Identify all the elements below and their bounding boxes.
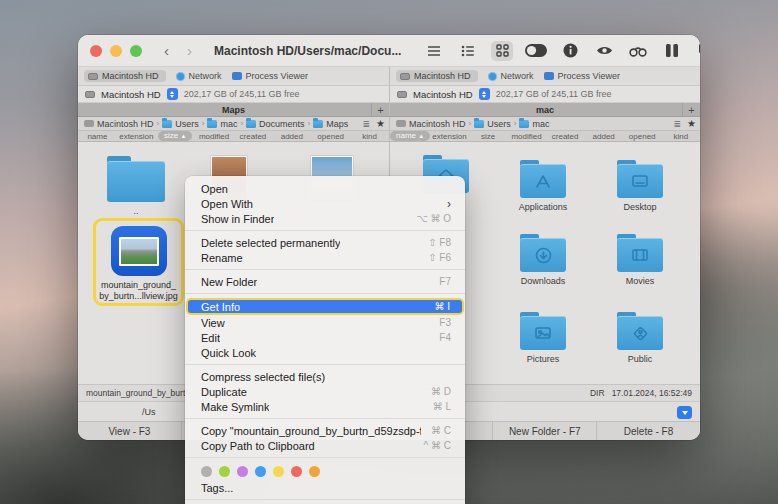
breadcrumb-segment[interactable]: Users xyxy=(487,119,511,129)
menu-item-compress[interactable]: Compress selected file(s) xyxy=(185,369,465,384)
favorite-network[interactable]: Network xyxy=(176,71,222,81)
folder-item[interactable]: Pictures xyxy=(510,312,576,364)
menu-item-delete-permanently[interactable]: Delete selected permanently⇧ F8 xyxy=(185,235,465,250)
new-folder-button[interactable]: New Folder - F7 xyxy=(492,422,596,440)
minimize-window-button[interactable] xyxy=(110,45,122,57)
favorite-star-icon[interactable]: ★ xyxy=(687,119,696,129)
view-button[interactable]: View - F3 xyxy=(78,422,181,440)
menu-item-copy-filename[interactable]: Copy "mountain_ground_by_burtn_d59zsdp-f… xyxy=(185,423,465,438)
column-header[interactable]: name xyxy=(78,132,117,141)
disk-icon xyxy=(88,73,98,80)
column-header[interactable]: opened xyxy=(311,132,350,141)
menu-item-copy-path[interactable]: Copy Path to Clipboard^ ⌘ C xyxy=(185,438,465,453)
menu-item-show-in-finder[interactable]: Show in Finder⌥ ⌘ O xyxy=(185,211,465,226)
breadcrumb-segment[interactable]: Users xyxy=(175,119,199,129)
new-tab-button[interactable]: + xyxy=(371,103,389,116)
column-header[interactable]: added xyxy=(272,132,311,141)
search-binoculars-icon[interactable] xyxy=(627,41,649,61)
eye-icon[interactable] xyxy=(593,41,615,61)
menu-item-rename[interactable]: Rename⇧ F6 xyxy=(185,250,465,265)
full-view-icon[interactable] xyxy=(423,41,445,61)
tab-mac[interactable]: mac + xyxy=(389,103,700,116)
column-header[interactable]: kind xyxy=(350,132,389,141)
menu-item-view[interactable]: ViewF3 xyxy=(185,315,465,330)
tag-blue[interactable] xyxy=(255,466,266,477)
column-header[interactable]: modified xyxy=(507,132,546,141)
menu-item-quick-look[interactable]: Quick Look xyxy=(185,345,465,360)
parent-folder-item[interactable]: .. xyxy=(103,156,169,216)
menu-item-duplicate[interactable]: Duplicate⌘ D xyxy=(185,384,465,399)
zoom-window-button[interactable] xyxy=(130,45,142,57)
column-header[interactable]: extension xyxy=(430,132,469,141)
tag-gray[interactable] xyxy=(201,466,212,477)
folder-item[interactable]: Movies xyxy=(607,234,673,286)
menu-item-open-with[interactable]: Open With› xyxy=(185,196,465,211)
new-tab-button[interactable]: + xyxy=(682,103,700,116)
network-share-icon[interactable] xyxy=(695,41,700,61)
menu-item-edit[interactable]: EditF4 xyxy=(185,330,465,345)
thumbs-view-icon[interactable] xyxy=(491,41,513,61)
context-menu: Open Open With› Show in Finder⌥ ⌘ O Dele… xyxy=(185,176,465,504)
path-menu-icon[interactable]: ≣ xyxy=(673,119,680,129)
chevron-down-icon xyxy=(682,411,688,415)
breadcrumb-segment[interactable]: mac xyxy=(532,119,549,129)
tab-maps[interactable]: Maps + xyxy=(78,103,389,116)
favorite-network[interactable]: Network xyxy=(488,71,534,81)
disk-icon xyxy=(85,91,95,98)
folder-item[interactable]: Desktop xyxy=(607,160,673,212)
menu-item-get-info[interactable]: Get Info⌘ I xyxy=(186,298,464,315)
tag-purple[interactable] xyxy=(237,466,248,477)
column-header[interactable]: kind xyxy=(661,132,700,141)
toggle-panels-icon[interactable] xyxy=(525,41,547,61)
selected-file-item[interactable]: mountain_ground_by_burtn...llview.jpg xyxy=(93,218,184,306)
breadcrumb-segment[interactable]: Macintosh HD xyxy=(97,119,154,129)
column-header[interactable]: modified xyxy=(195,132,234,141)
toolbar xyxy=(423,41,700,61)
breadcrumb-segment[interactable]: Macintosh HD xyxy=(409,119,466,129)
menu-item-make-symlink[interactable]: Make Symlink⌘ L xyxy=(185,399,465,414)
history-dropdown-button[interactable] xyxy=(677,406,692,419)
dual-pane-icon[interactable] xyxy=(661,41,683,61)
column-header[interactable]: opened xyxy=(623,132,662,141)
menu-separator xyxy=(185,418,465,419)
tag-red[interactable] xyxy=(291,466,302,477)
breadcrumb-segment[interactable]: Maps xyxy=(326,119,348,129)
column-header-sorted[interactable]: name ▲ xyxy=(390,131,430,141)
column-header[interactable]: created xyxy=(234,132,273,141)
delete-button[interactable]: Delete - F8 xyxy=(596,422,700,440)
menu-item-open[interactable]: Open xyxy=(185,181,465,196)
tag-orange[interactable] xyxy=(309,466,320,477)
path-menu-icon[interactable]: ≣ xyxy=(362,119,369,129)
folder-item[interactable]: Applications xyxy=(510,160,576,212)
favorite-macintosh-hd[interactable]: Macintosh HD xyxy=(84,70,166,82)
tag-yellow[interactable] xyxy=(273,466,284,477)
drive-selector-stepper[interactable] xyxy=(167,88,178,100)
favorite-process-viewer[interactable]: Process Viewer xyxy=(544,71,620,81)
window-controls xyxy=(90,45,142,57)
column-header[interactable]: size xyxy=(469,132,508,141)
breadcrumb-segment[interactable]: mac xyxy=(220,119,237,129)
brief-view-icon[interactable] xyxy=(457,41,479,61)
info-icon[interactable] xyxy=(559,41,581,61)
breadcrumb: Macintosh HD› Users› mac› Documents› Map… xyxy=(78,117,389,130)
back-button[interactable]: ‹ xyxy=(164,43,169,58)
forward-button[interactable]: › xyxy=(187,43,192,58)
folder-item[interactable]: Downloads xyxy=(510,234,576,286)
menu-item-tags[interactable]: Tags... xyxy=(185,480,465,495)
close-window-button[interactable] xyxy=(90,45,102,57)
column-header[interactable]: created xyxy=(546,132,585,141)
menu-item-new-folder[interactable]: New FolderF7 xyxy=(185,274,465,289)
column-header-sorted[interactable]: size ▲ xyxy=(156,131,195,141)
favorite-macintosh-hd[interactable]: Macintosh HD xyxy=(396,70,478,82)
favorite-process-viewer[interactable]: Process Viewer xyxy=(232,71,308,81)
column-header[interactable]: added xyxy=(584,132,623,141)
drive-selector-stepper[interactable] xyxy=(479,88,490,100)
folder-item[interactable]: Public xyxy=(607,312,673,364)
tag-green[interactable] xyxy=(219,466,230,477)
folder-icon xyxy=(474,120,484,128)
tab-bar: Maps + mac + xyxy=(78,103,700,117)
breadcrumb-segment[interactable]: Documents xyxy=(259,119,305,129)
favorite-star-icon[interactable]: ★ xyxy=(376,119,385,129)
menu-separator xyxy=(185,364,465,365)
column-header[interactable]: extension xyxy=(117,132,156,141)
